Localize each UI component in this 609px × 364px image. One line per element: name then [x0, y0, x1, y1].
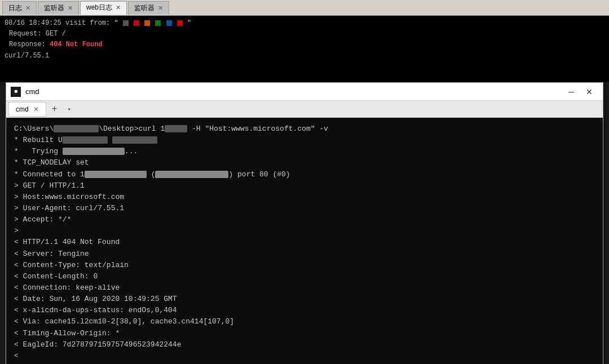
cmd-close-button[interactable]: ✕ — [580, 83, 598, 101]
terminal-line-connected: * Connected to 1 ( ) port 80 (#0) — [14, 169, 595, 180]
response-value: 404 Not Found — [50, 41, 103, 48]
cmd-tab-dropdown-button[interactable]: ▾ — [62, 102, 77, 117]
cmd-icon: ■ — [11, 87, 21, 97]
tab-weblog-label: web日志 — [86, 3, 112, 12]
tab-log-close[interactable]: ✕ — [25, 5, 30, 12]
tab-weblog[interactable]: web日志 ✕ — [80, 1, 127, 15]
ip-redact-1 — [165, 125, 187, 132]
tab-listener1-label: 监听器 — [44, 3, 64, 13]
tab-weblog-close[interactable]: ✕ — [116, 4, 121, 11]
main-tab-bar: 日志 ✕ 监听器 ✕ web日志 ✕ 监听器 ✕ — [0, 0, 609, 16]
tab-listener2-label: 监听器 — [134, 3, 155, 13]
terminal-line-eagleid: < EagleId: 7d278797159757496523942244e — [14, 339, 595, 350]
terminal-line-tcp: * TCP_NODELAY set — [14, 157, 595, 168]
cmd-tab[interactable]: cmd ✕ — [8, 102, 46, 117]
terminal-line-empty: > — [14, 225, 595, 237]
connected-ip2-redact — [155, 171, 228, 178]
terminal-line-connection: < Connection: keep-alive — [14, 282, 595, 294]
request-line: Request: GET / — [9, 29, 604, 39]
cmd-new-tab-button[interactable]: + — [47, 102, 62, 117]
tab-log-label: 日志 — [8, 3, 22, 13]
tab-log[interactable]: 日志 ✕ — [2, 1, 37, 15]
log-panel: 08/16 18:49:25 visit from: “ " Request: … — [0, 16, 609, 82]
curl-line: curl/7.55.1 — [5, 51, 604, 61]
terminal-output: C:\Users\ \Desktop>curl 1 -H "Host:wwws.… — [6, 118, 603, 364]
rebuilt-redact2 — [112, 136, 157, 144]
terminal-line-host: > Host:wwws.microsoft.com — [14, 192, 595, 203]
cmd-minimize-button[interactable]: ─ — [562, 83, 580, 101]
tab-listener2-close[interactable]: ✕ — [158, 5, 163, 12]
cmd-window-controls: ─ ✕ — [562, 83, 598, 101]
terminal-line-content-length: < Content-Length: 0 — [14, 271, 595, 282]
request-label: Request: — [9, 30, 46, 38]
cmd-titlebar: ■ cmd ─ ✕ — [6, 83, 603, 101]
request-value: GET / — [46, 30, 66, 38]
terminal-line-via: < Via: cache15.l2cm10-2[38,0], cache3.cn… — [14, 316, 595, 327]
terminal-line-trying: * Trying ... — [14, 146, 595, 157]
tab-listener2[interactable]: 监听器 ✕ — [128, 1, 169, 15]
terminal-line-useragent: > User-Agent: curl/7.55.1 — [14, 203, 595, 214]
terminal-line-accept: > Accept: */* — [14, 214, 595, 225]
terminal-line-content-type: < Content-Type: text/plain — [14, 260, 595, 271]
tab-listener1[interactable]: 监听器 ✕ — [38, 1, 79, 15]
response-line: Response: 404 Not Found — [9, 39, 604, 50]
terminal-line-timing: < Timing-Allow-Origin: * — [14, 328, 595, 339]
rebuilt-redact — [63, 136, 108, 144]
trying-ip-redact — [63, 148, 125, 155]
connected-ip1-redact — [85, 171, 147, 178]
terminal-line-rebuilt: * Rebuilt U — [14, 135, 595, 146]
cmd-tabbar: cmd ✕ + ▾ — [6, 101, 603, 118]
terminal-line-alicdn: < x-alicdn-da-ups-status: endOs,0,404 — [14, 305, 595, 316]
cmd-window: ■ cmd ─ ✕ cmd ✕ + ▾ C:\Users\ \Desktop>c… — [6, 82, 603, 364]
cmd-title-text: cmd — [25, 87, 562, 96]
cmd-tab-close-icon[interactable]: ✕ — [33, 105, 39, 113]
terminal-line-get: > GET / HTTP/1.1 — [14, 180, 595, 192]
terminal-line-cursor: < — [14, 350, 595, 362]
terminal-line-date: < Date: Sun, 16 Aug 2020 10:49:25 GMT — [14, 294, 595, 305]
terminal-line-server: < Server: Tengine — [14, 248, 595, 260]
response-label: Response: — [9, 41, 50, 48]
tab-listener1-close[interactable]: ✕ — [68, 5, 73, 12]
visit-line: 08/16 18:49:25 visit from: “ " — [5, 18, 604, 29]
terminal-line-http-response: < HTTP/1.1 404 Not Found — [14, 237, 595, 248]
username-redact — [54, 125, 99, 132]
terminal-line-prompt: C:\Users\ \Desktop>curl 1 -H "Host:wwws.… — [14, 123, 595, 135]
cmd-tab-label: cmd — [16, 105, 29, 113]
